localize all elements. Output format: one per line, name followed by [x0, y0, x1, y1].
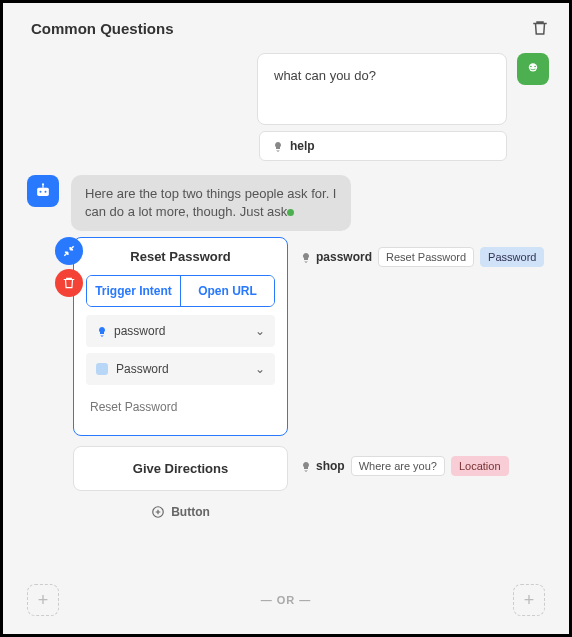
bulb-icon	[300, 252, 310, 262]
entity-label: Password	[116, 362, 169, 376]
card-give-directions[interactable]: Give Directions	[73, 446, 288, 491]
annot-chip[interactable]: Reset Password	[378, 247, 474, 267]
annotation-shop: shop Where are you? Location	[300, 446, 509, 476]
delete-card-button[interactable]	[55, 269, 83, 297]
help-label: help	[290, 139, 315, 153]
user-message-row: what can you do?	[3, 45, 569, 125]
page-container: Common Questions what can you do? h	[0, 0, 572, 637]
intent-label: password	[114, 324, 165, 338]
phrase-label: Reset Password	[90, 400, 177, 414]
tab-row: Trigger Intent Open URL	[86, 275, 275, 307]
delete-icon[interactable]	[531, 19, 549, 37]
card-reset-password[interactable]: Reset Password Trigger Intent Open URL p…	[73, 237, 288, 436]
cards-area: Reset Password Trigger Intent Open URL p…	[3, 231, 569, 529]
bulb-icon	[96, 326, 106, 336]
or-label: — OR —	[261, 594, 312, 606]
tab-open-url[interactable]: Open URL	[180, 276, 274, 306]
intent-field[interactable]: password ⌄	[86, 315, 275, 347]
or-row: + — OR — +	[3, 584, 569, 616]
help-row: help	[3, 125, 569, 161]
add-button[interactable]: Button	[73, 501, 288, 529]
card-title: Give Directions	[74, 447, 287, 490]
entity-field[interactable]: Password ⌄	[86, 353, 275, 385]
bot-avatar	[27, 175, 59, 207]
user-avatar	[517, 53, 549, 85]
card-title: Reset Password	[74, 238, 287, 275]
annot-chip-entity[interactable]: Password	[480, 247, 544, 267]
annotation-password: password Reset Password Password	[300, 237, 544, 267]
card-float-actions	[55, 237, 83, 297]
entity-icon	[96, 363, 108, 375]
add-variant-left[interactable]: +	[27, 584, 59, 616]
add-variant-right[interactable]: +	[513, 584, 545, 616]
phrase-field[interactable]: Reset Password	[86, 391, 275, 423]
bot-message-text: Here are the top two things people ask f…	[85, 186, 336, 219]
help-pill[interactable]: help	[259, 131, 507, 161]
bot-message[interactable]: Here are the top two things people ask f…	[71, 175, 351, 231]
bulb-icon	[272, 141, 282, 151]
bulb-icon	[300, 461, 310, 471]
svg-point-7	[42, 183, 44, 185]
svg-point-2	[534, 66, 536, 68]
annot-label: password	[316, 250, 372, 264]
header: Common Questions	[3, 3, 569, 45]
tab-trigger-intent[interactable]: Trigger Intent	[87, 276, 180, 306]
typing-dot-icon	[287, 209, 294, 216]
annot-label: shop	[316, 459, 345, 473]
user-message[interactable]: what can you do?	[257, 53, 507, 125]
page-title: Common Questions	[31, 20, 174, 37]
annot-chip-entity[interactable]: Location	[451, 456, 509, 476]
chevron-down-icon: ⌄	[255, 324, 265, 338]
bot-message-row: Here are the top two things people ask f…	[3, 161, 569, 231]
svg-rect-3	[37, 188, 49, 196]
collapse-button[interactable]	[55, 237, 83, 265]
svg-point-4	[40, 191, 42, 193]
add-button-label: Button	[171, 505, 210, 519]
svg-point-5	[45, 191, 47, 193]
annot-chip[interactable]: Where are you?	[351, 456, 445, 476]
chevron-down-icon: ⌄	[255, 362, 265, 376]
svg-point-1	[530, 66, 532, 68]
